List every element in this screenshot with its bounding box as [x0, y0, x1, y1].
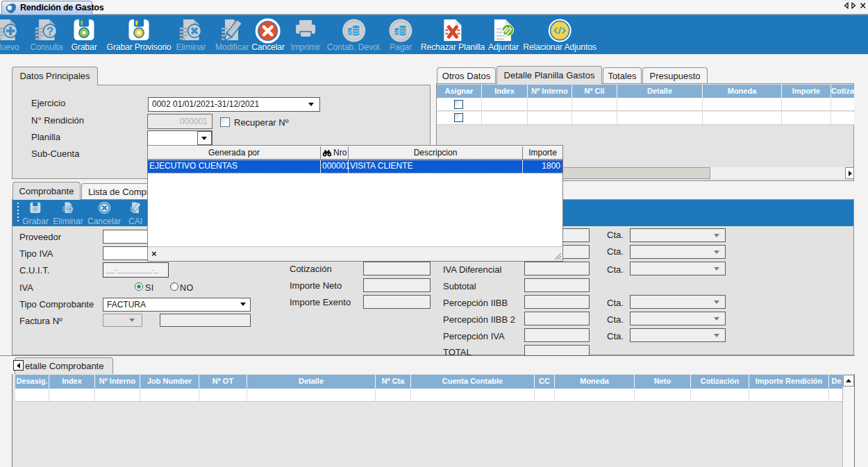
svg-text:?: ? [47, 25, 53, 38]
